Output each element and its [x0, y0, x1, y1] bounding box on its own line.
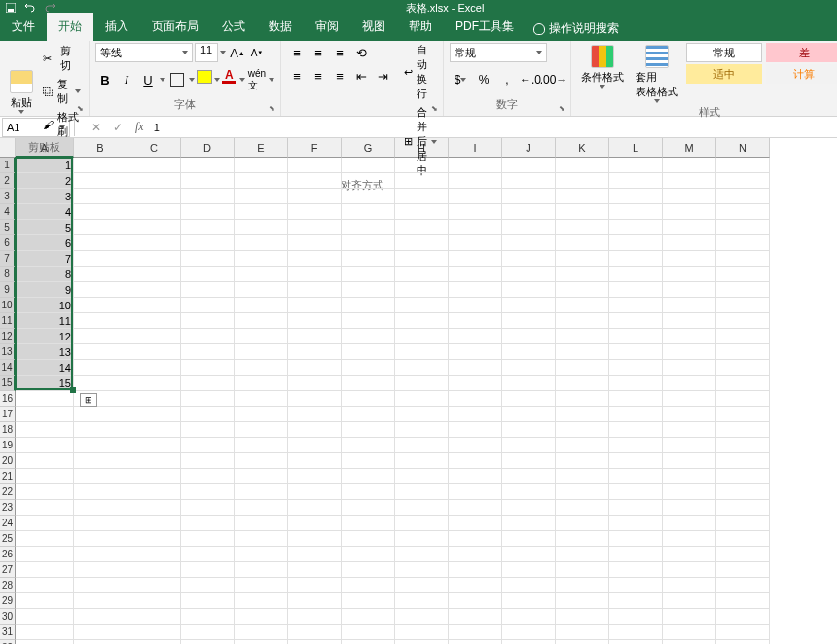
cell-B22[interactable]	[74, 484, 127, 500]
cell-N21[interactable]	[716, 469, 770, 484]
cell-D28[interactable]	[181, 578, 235, 593]
cell-J1[interactable]	[502, 158, 556, 173]
cell-N2[interactable]	[716, 173, 770, 189]
cell-D2[interactable]	[181, 173, 235, 189]
cell-I26[interactable]	[449, 547, 502, 562]
cell-I7[interactable]	[449, 251, 502, 267]
cell-I17[interactable]	[449, 407, 502, 422]
increase-decimal-button[interactable]: ←.0	[520, 70, 541, 89]
cell-A23[interactable]	[16, 500, 74, 516]
cell-B8[interactable]	[74, 267, 127, 282]
cell-F20[interactable]	[288, 453, 342, 469]
cell-E9[interactable]	[235, 282, 288, 298]
cell-N14[interactable]	[716, 360, 770, 376]
number-format-select[interactable]: 常规	[450, 43, 547, 62]
cell-N1[interactable]	[716, 158, 770, 173]
cell-D20[interactable]	[181, 453, 235, 469]
cell-M11[interactable]	[663, 313, 716, 329]
cell-H21[interactable]	[395, 469, 449, 484]
cell-F12[interactable]	[288, 329, 342, 344]
increase-font-button[interactable]: A▲	[228, 43, 247, 62]
cell-E23[interactable]	[235, 500, 288, 516]
row-header-24[interactable]: 24	[0, 516, 16, 531]
border-button[interactable]	[167, 70, 187, 89]
cell-E21[interactable]	[235, 469, 288, 484]
cell-J23[interactable]	[502, 500, 556, 516]
row-header-4[interactable]: 4	[0, 204, 16, 220]
cell-D31[interactable]	[181, 625, 235, 640]
cell-A1[interactable]: 1	[16, 158, 74, 173]
cell-K17[interactable]	[556, 407, 609, 422]
cell-M9[interactable]	[663, 282, 716, 298]
cell-I18[interactable]	[449, 422, 502, 438]
cell-A7[interactable]: 7	[16, 251, 74, 267]
cell-A6[interactable]: 6	[16, 235, 74, 251]
cell-A5[interactable]: 5	[16, 220, 74, 235]
cell-J15[interactable]	[502, 376, 556, 391]
cell-N29[interactable]	[716, 593, 770, 609]
cell-F26[interactable]	[288, 547, 342, 562]
cell-G18[interactable]	[342, 422, 395, 438]
cell-J28[interactable]	[502, 578, 556, 593]
cell-L28[interactable]	[609, 578, 663, 593]
font-name-select[interactable]: 等线	[95, 43, 193, 62]
cell-N31[interactable]	[716, 625, 770, 640]
cell-H30[interactable]	[395, 609, 449, 625]
cell-K27[interactable]	[556, 562, 609, 578]
cell-K30[interactable]	[556, 609, 609, 625]
cell-C3[interactable]	[127, 189, 181, 204]
cell-D10[interactable]	[181, 298, 235, 313]
row-header-22[interactable]: 22	[0, 484, 16, 500]
cell-G28[interactable]	[342, 578, 395, 593]
cell-N9[interactable]	[716, 282, 770, 298]
cell-C11[interactable]	[127, 313, 181, 329]
col-header-M[interactable]: M	[663, 138, 716, 158]
cell-K10[interactable]	[556, 298, 609, 313]
orientation-button[interactable]: ⟲	[351, 43, 371, 62]
cell-B24[interactable]	[74, 516, 127, 531]
cell-E2[interactable]	[235, 173, 288, 189]
cell-A17[interactable]	[16, 407, 74, 422]
row-header-25[interactable]: 25	[0, 531, 16, 547]
cell-F19[interactable]	[288, 438, 342, 453]
cell-I1[interactable]	[449, 158, 502, 173]
cell-E31[interactable]	[235, 625, 288, 640]
row-header-31[interactable]: 31	[0, 625, 16, 640]
cell-F25[interactable]	[288, 531, 342, 547]
cell-J3[interactable]	[502, 189, 556, 204]
row-header-13[interactable]: 13	[0, 344, 16, 360]
cell-G23[interactable]	[342, 500, 395, 516]
cell-E1[interactable]	[235, 158, 288, 173]
cell-N17[interactable]	[716, 407, 770, 422]
cell-B25[interactable]	[74, 531, 127, 547]
cell-C25[interactable]	[127, 531, 181, 547]
cell-C32[interactable]	[127, 640, 181, 644]
cell-N28[interactable]	[716, 578, 770, 593]
cell-D26[interactable]	[181, 547, 235, 562]
cell-H11[interactable]	[395, 313, 449, 329]
cell-D19[interactable]	[181, 438, 235, 453]
cell-K15[interactable]	[556, 376, 609, 391]
cell-E13[interactable]	[235, 344, 288, 360]
cell-I15[interactable]	[449, 376, 502, 391]
col-header-J[interactable]: J	[502, 138, 556, 158]
cell-A20[interactable]	[16, 453, 74, 469]
cell-L3[interactable]	[609, 189, 663, 204]
cell-D14[interactable]	[181, 360, 235, 376]
cell-J7[interactable]	[502, 251, 556, 267]
cell-E18[interactable]	[235, 422, 288, 438]
cell-D21[interactable]	[181, 469, 235, 484]
cell-F2[interactable]	[288, 173, 342, 189]
cell-F16[interactable]	[288, 391, 342, 407]
cell-A29[interactable]	[16, 593, 74, 609]
cell-J8[interactable]	[502, 267, 556, 282]
cell-J29[interactable]	[502, 593, 556, 609]
cell-D3[interactable]	[181, 189, 235, 204]
cell-H7[interactable]	[395, 251, 449, 267]
align-middle-button[interactable]: ≡	[309, 43, 328, 62]
cell-A4[interactable]: 4	[16, 204, 74, 220]
cell-I8[interactable]	[449, 267, 502, 282]
cell-M31[interactable]	[663, 625, 716, 640]
cell-K26[interactable]	[556, 547, 609, 562]
cell-N18[interactable]	[716, 422, 770, 438]
